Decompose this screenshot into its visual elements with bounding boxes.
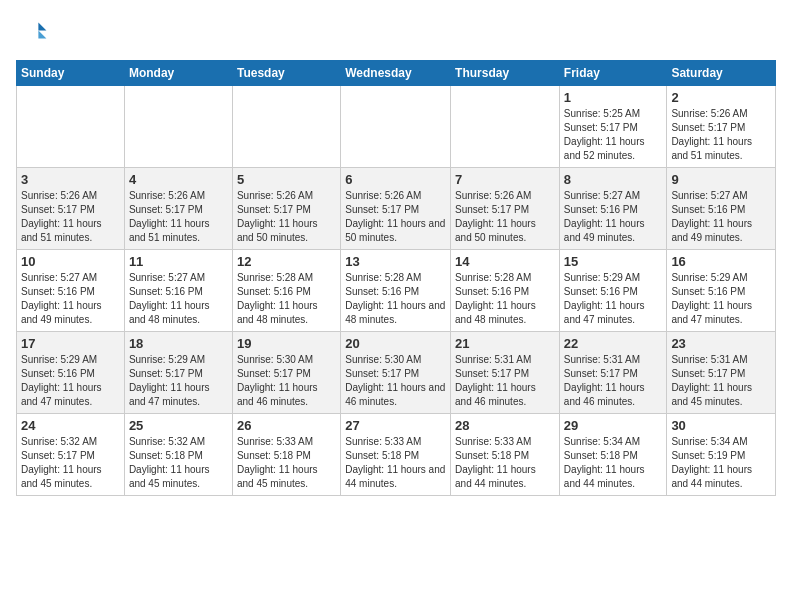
day-info: Sunrise: 5:29 AM Sunset: 5:17 PM Dayligh…: [129, 353, 228, 409]
calendar-cell: 22Sunrise: 5:31 AM Sunset: 5:17 PM Dayli…: [559, 332, 667, 414]
day-header-thursday: Thursday: [451, 61, 560, 86]
day-info: Sunrise: 5:30 AM Sunset: 5:17 PM Dayligh…: [345, 353, 446, 409]
calendar-cell: 19Sunrise: 5:30 AM Sunset: 5:17 PM Dayli…: [232, 332, 340, 414]
calendar-cell: 21Sunrise: 5:31 AM Sunset: 5:17 PM Dayli…: [451, 332, 560, 414]
day-number: 21: [455, 336, 555, 351]
day-number: 25: [129, 418, 228, 433]
day-info: Sunrise: 5:28 AM Sunset: 5:16 PM Dayligh…: [237, 271, 336, 327]
day-number: 12: [237, 254, 336, 269]
day-number: 23: [671, 336, 771, 351]
day-info: Sunrise: 5:26 AM Sunset: 5:17 PM Dayligh…: [21, 189, 120, 245]
calendar-cell: 17Sunrise: 5:29 AM Sunset: 5:16 PM Dayli…: [17, 332, 125, 414]
day-info: Sunrise: 5:27 AM Sunset: 5:16 PM Dayligh…: [129, 271, 228, 327]
day-info: Sunrise: 5:27 AM Sunset: 5:16 PM Dayligh…: [21, 271, 120, 327]
day-number: 15: [564, 254, 663, 269]
day-info: Sunrise: 5:26 AM Sunset: 5:17 PM Dayligh…: [455, 189, 555, 245]
calendar-cell: 7Sunrise: 5:26 AM Sunset: 5:17 PM Daylig…: [451, 168, 560, 250]
day-number: 30: [671, 418, 771, 433]
day-info: Sunrise: 5:31 AM Sunset: 5:17 PM Dayligh…: [455, 353, 555, 409]
calendar-cell: 30Sunrise: 5:34 AM Sunset: 5:19 PM Dayli…: [667, 414, 776, 496]
day-number: 18: [129, 336, 228, 351]
logo-icon: [16, 16, 48, 48]
day-number: 16: [671, 254, 771, 269]
day-number: 22: [564, 336, 663, 351]
day-info: Sunrise: 5:26 AM Sunset: 5:17 PM Dayligh…: [345, 189, 446, 245]
day-number: 9: [671, 172, 771, 187]
calendar-cell: 27Sunrise: 5:33 AM Sunset: 5:18 PM Dayli…: [341, 414, 451, 496]
calendar-cell: 29Sunrise: 5:34 AM Sunset: 5:18 PM Dayli…: [559, 414, 667, 496]
day-info: Sunrise: 5:27 AM Sunset: 5:16 PM Dayligh…: [564, 189, 663, 245]
day-info: Sunrise: 5:30 AM Sunset: 5:17 PM Dayligh…: [237, 353, 336, 409]
day-number: 10: [21, 254, 120, 269]
calendar-cell: 28Sunrise: 5:33 AM Sunset: 5:18 PM Dayli…: [451, 414, 560, 496]
calendar-cell: 24Sunrise: 5:32 AM Sunset: 5:17 PM Dayli…: [17, 414, 125, 496]
calendar-week-row: 24Sunrise: 5:32 AM Sunset: 5:17 PM Dayli…: [17, 414, 776, 496]
calendar-cell: 1Sunrise: 5:25 AM Sunset: 5:17 PM Daylig…: [559, 86, 667, 168]
day-number: 11: [129, 254, 228, 269]
calendar-header-row: SundayMondayTuesdayWednesdayThursdayFrid…: [17, 61, 776, 86]
day-number: 27: [345, 418, 446, 433]
day-info: Sunrise: 5:34 AM Sunset: 5:19 PM Dayligh…: [671, 435, 771, 491]
calendar-table: SundayMondayTuesdayWednesdayThursdayFrid…: [16, 60, 776, 496]
calendar-cell: 9Sunrise: 5:27 AM Sunset: 5:16 PM Daylig…: [667, 168, 776, 250]
day-header-tuesday: Tuesday: [232, 61, 340, 86]
calendar-cell: [124, 86, 232, 168]
day-number: 4: [129, 172, 228, 187]
calendar-cell: 18Sunrise: 5:29 AM Sunset: 5:17 PM Dayli…: [124, 332, 232, 414]
day-header-sunday: Sunday: [17, 61, 125, 86]
day-header-wednesday: Wednesday: [341, 61, 451, 86]
day-info: Sunrise: 5:32 AM Sunset: 5:18 PM Dayligh…: [129, 435, 228, 491]
day-info: Sunrise: 5:33 AM Sunset: 5:18 PM Dayligh…: [345, 435, 446, 491]
calendar-cell: 14Sunrise: 5:28 AM Sunset: 5:16 PM Dayli…: [451, 250, 560, 332]
calendar-cell: 23Sunrise: 5:31 AM Sunset: 5:17 PM Dayli…: [667, 332, 776, 414]
day-info: Sunrise: 5:25 AM Sunset: 5:17 PM Dayligh…: [564, 107, 663, 163]
calendar-cell: 20Sunrise: 5:30 AM Sunset: 5:17 PM Dayli…: [341, 332, 451, 414]
day-info: Sunrise: 5:32 AM Sunset: 5:17 PM Dayligh…: [21, 435, 120, 491]
page-header: [16, 16, 776, 48]
day-info: Sunrise: 5:28 AM Sunset: 5:16 PM Dayligh…: [455, 271, 555, 327]
day-info: Sunrise: 5:34 AM Sunset: 5:18 PM Dayligh…: [564, 435, 663, 491]
calendar-week-row: 10Sunrise: 5:27 AM Sunset: 5:16 PM Dayli…: [17, 250, 776, 332]
day-info: Sunrise: 5:33 AM Sunset: 5:18 PM Dayligh…: [455, 435, 555, 491]
calendar-cell: 16Sunrise: 5:29 AM Sunset: 5:16 PM Dayli…: [667, 250, 776, 332]
day-header-monday: Monday: [124, 61, 232, 86]
svg-marker-1: [38, 30, 46, 38]
svg-marker-0: [38, 22, 46, 30]
calendar-cell: 11Sunrise: 5:27 AM Sunset: 5:16 PM Dayli…: [124, 250, 232, 332]
calendar-cell: 26Sunrise: 5:33 AM Sunset: 5:18 PM Dayli…: [232, 414, 340, 496]
day-number: 14: [455, 254, 555, 269]
calendar-cell: [451, 86, 560, 168]
calendar-week-row: 1Sunrise: 5:25 AM Sunset: 5:17 PM Daylig…: [17, 86, 776, 168]
calendar-cell: 4Sunrise: 5:26 AM Sunset: 5:17 PM Daylig…: [124, 168, 232, 250]
day-number: 13: [345, 254, 446, 269]
calendar-cell: 3Sunrise: 5:26 AM Sunset: 5:17 PM Daylig…: [17, 168, 125, 250]
calendar-cell: [341, 86, 451, 168]
day-header-friday: Friday: [559, 61, 667, 86]
day-number: 2: [671, 90, 771, 105]
day-number: 19: [237, 336, 336, 351]
day-number: 24: [21, 418, 120, 433]
day-number: 5: [237, 172, 336, 187]
day-header-saturday: Saturday: [667, 61, 776, 86]
day-info: Sunrise: 5:31 AM Sunset: 5:17 PM Dayligh…: [671, 353, 771, 409]
day-info: Sunrise: 5:26 AM Sunset: 5:17 PM Dayligh…: [129, 189, 228, 245]
calendar-cell: 8Sunrise: 5:27 AM Sunset: 5:16 PM Daylig…: [559, 168, 667, 250]
calendar-cell: [17, 86, 125, 168]
calendar-cell: 6Sunrise: 5:26 AM Sunset: 5:17 PM Daylig…: [341, 168, 451, 250]
calendar-cell: 15Sunrise: 5:29 AM Sunset: 5:16 PM Dayli…: [559, 250, 667, 332]
day-info: Sunrise: 5:26 AM Sunset: 5:17 PM Dayligh…: [671, 107, 771, 163]
calendar-week-row: 3Sunrise: 5:26 AM Sunset: 5:17 PM Daylig…: [17, 168, 776, 250]
day-number: 29: [564, 418, 663, 433]
day-number: 6: [345, 172, 446, 187]
day-info: Sunrise: 5:29 AM Sunset: 5:16 PM Dayligh…: [564, 271, 663, 327]
day-number: 8: [564, 172, 663, 187]
day-number: 17: [21, 336, 120, 351]
day-number: 7: [455, 172, 555, 187]
day-number: 1: [564, 90, 663, 105]
day-info: Sunrise: 5:27 AM Sunset: 5:16 PM Dayligh…: [671, 189, 771, 245]
day-info: Sunrise: 5:26 AM Sunset: 5:17 PM Dayligh…: [237, 189, 336, 245]
calendar-cell: 25Sunrise: 5:32 AM Sunset: 5:18 PM Dayli…: [124, 414, 232, 496]
day-number: 3: [21, 172, 120, 187]
day-number: 26: [237, 418, 336, 433]
day-info: Sunrise: 5:33 AM Sunset: 5:18 PM Dayligh…: [237, 435, 336, 491]
